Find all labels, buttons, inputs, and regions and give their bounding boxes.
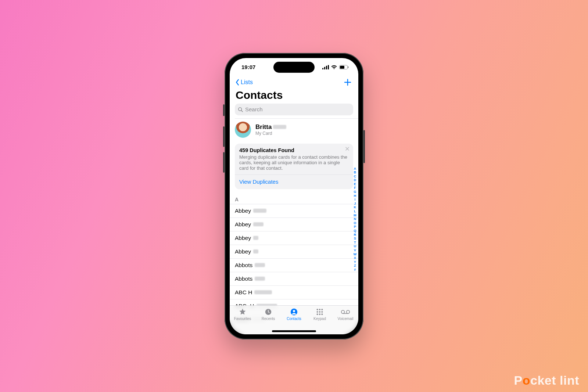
back-label: Lists xyxy=(241,79,253,86)
clock-icon xyxy=(264,308,272,316)
alphabet-index[interactable]: ABCDEFGHIJKLMNOPQRSTUVWXYZ# xyxy=(352,167,358,272)
watermark: Pocket lint xyxy=(514,373,579,388)
list-item[interactable]: ABC H xyxy=(230,285,358,299)
section-header-a: A xyxy=(230,194,358,204)
nav-bar: Lists xyxy=(230,76,358,88)
tab-label: Keypad xyxy=(313,317,326,321)
duplicates-body: Merging duplicate cards for a contact co… xyxy=(239,154,349,171)
list-item[interactable]: Abbey xyxy=(230,204,358,217)
redacted-text xyxy=(253,236,258,240)
list-item[interactable]: Abbots xyxy=(230,258,358,272)
list-item[interactable]: Abbey xyxy=(230,217,358,231)
back-button[interactable]: Lists xyxy=(235,79,253,86)
redacted-text xyxy=(253,209,266,213)
svg-point-12 xyxy=(316,309,318,310)
duplicates-title: 459 Duplicates Found xyxy=(239,147,349,153)
cellular-icon xyxy=(322,65,329,69)
status-time: 19:07 xyxy=(241,64,255,70)
search-input[interactable]: Search xyxy=(235,104,353,115)
tab-recents[interactable]: Recents xyxy=(257,308,279,321)
avatar xyxy=(235,122,251,138)
page-title: Contacts xyxy=(230,88,358,104)
list-item[interactable]: Abbots xyxy=(230,272,358,285)
tab-keypad[interactable]: Keypad xyxy=(309,308,331,321)
volume-up-button xyxy=(223,126,225,147)
view-duplicates-link[interactable]: View Duplicates xyxy=(239,175,349,189)
list-item[interactable]: Abbey xyxy=(230,245,358,258)
svg-point-15 xyxy=(316,311,318,312)
star-icon xyxy=(239,308,247,316)
close-icon xyxy=(345,147,349,151)
list-item[interactable]: Abbey xyxy=(230,231,358,245)
svg-rect-2 xyxy=(326,66,327,69)
person-icon xyxy=(290,308,298,316)
svg-point-16 xyxy=(319,311,320,312)
tab-label: Recents xyxy=(262,317,275,321)
redacted-text xyxy=(255,277,265,281)
tab-bar: Favourites Recents Contacts xyxy=(230,305,358,334)
svg-point-17 xyxy=(321,311,323,312)
redacted-text xyxy=(254,290,272,294)
svg-rect-6 xyxy=(348,66,349,68)
tab-voicemail[interactable]: Voicemail xyxy=(334,308,356,321)
wifi-icon xyxy=(331,65,337,69)
svg-point-13 xyxy=(319,309,320,310)
stage: Pocket lint 19:07 xyxy=(0,0,588,392)
chevron-left-icon xyxy=(235,79,240,86)
close-button[interactable] xyxy=(345,147,349,151)
svg-rect-1 xyxy=(324,67,325,69)
battery-icon xyxy=(339,65,349,69)
svg-rect-0 xyxy=(322,68,323,69)
tab-label: Contacts xyxy=(287,317,301,321)
dynamic-island xyxy=(273,62,315,73)
my-card-row[interactable]: Britta My Card xyxy=(230,119,358,141)
phone-frame: 19:07 xyxy=(225,53,363,339)
keypad-icon xyxy=(316,308,324,316)
voicemail-icon xyxy=(341,308,350,316)
search-icon xyxy=(238,107,243,112)
search-placeholder: Search xyxy=(245,106,263,112)
svg-rect-5 xyxy=(340,66,344,69)
redacted-text xyxy=(255,263,265,267)
svg-point-11 xyxy=(293,310,295,312)
add-button[interactable] xyxy=(344,78,353,86)
power-button xyxy=(363,130,365,163)
svg-point-14 xyxy=(321,309,323,310)
svg-point-18 xyxy=(316,313,318,315)
my-card-name: Britta xyxy=(255,123,272,131)
mute-switch xyxy=(223,104,225,116)
redacted-text xyxy=(253,222,263,226)
redacted-text xyxy=(273,125,286,129)
volume-down-button xyxy=(223,152,225,173)
tab-contacts[interactable]: Contacts xyxy=(283,308,305,321)
svg-point-22 xyxy=(347,310,350,313)
tab-label: Voicemail xyxy=(338,317,354,321)
tab-label: Favourites xyxy=(234,317,251,321)
plus-icon xyxy=(344,78,352,86)
screen: 19:07 xyxy=(230,58,358,334)
svg-rect-3 xyxy=(328,65,329,69)
svg-point-20 xyxy=(321,313,323,315)
home-indicator[interactable] xyxy=(272,330,316,332)
tab-favourites[interactable]: Favourites xyxy=(232,308,254,321)
svg-point-21 xyxy=(341,310,345,313)
svg-line-8 xyxy=(241,110,243,112)
duplicates-card: 459 Duplicates Found Merging duplicate c… xyxy=(235,144,353,189)
my-card-subtitle: My Card xyxy=(255,131,286,136)
redacted-text xyxy=(253,249,258,253)
svg-point-19 xyxy=(319,313,320,315)
